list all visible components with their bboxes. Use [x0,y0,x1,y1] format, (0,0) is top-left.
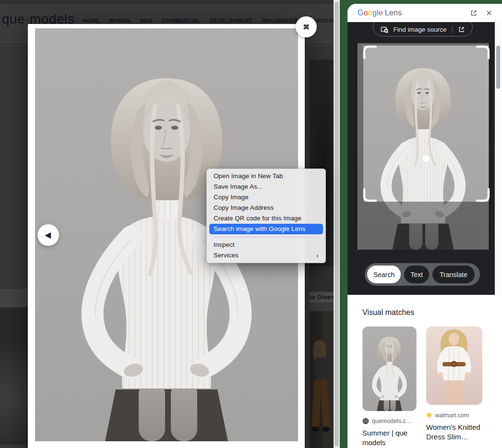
background-card-strip [0,289,29,307]
background-card-strip [310,266,334,292]
crop-corner-handles[interactable] [364,47,489,201]
match-source: quemodels.c… [372,418,412,424]
visual-match-card[interactable]: quemodels.c… Summer | que models [362,327,417,448]
find-image-source-button[interactable]: Find image source [373,22,473,36]
background-thumbnail-left [0,307,29,445]
nav-item-women[interactable]: WOMEN [109,18,131,24]
background-card-strip [310,303,334,311]
menu-item-copy-image[interactable]: Copy Image [207,192,325,203]
lens-mode-tabs: Search Text Translate [365,263,480,286]
lens-scrollbar[interactable] [495,22,502,295]
logo-letter: g [372,9,377,17]
open-in-new-tab-icon[interactable] [467,7,480,19]
logo-letter: G [358,9,364,17]
menu-item-create-qr-code[interactable]: Create QR code for this Image [207,213,325,224]
globe-favicon [362,418,369,424]
tab-search[interactable]: Search [367,266,401,283]
walmart-product-photo [426,327,482,405]
button-divider [452,25,453,33]
menu-item-search-google-lens[interactable]: Search image with Google Lens [209,224,323,234]
close-icon: ✖ [303,22,310,32]
visual-matches-grid: quemodels.c… Summer | que models ✱ walma… [362,327,502,448]
menu-item-inspect[interactable]: Inspect [207,240,325,250]
nav-item-men[interactable]: MEN [140,18,153,24]
lens-query-image[interactable] [355,43,491,250]
lightbox-close-button[interactable]: ✖ [296,16,317,37]
background-caption: ur Green [310,292,334,303]
menu-separator [213,237,320,237]
nav-item-commercial[interactable]: COMMERCIAL [162,18,201,24]
google-lens-panel: GoogleLens ✕ Find image sou [347,4,502,448]
lens-header: GoogleLens ✕ [347,4,502,22]
previous-image-button[interactable]: ◀ [37,224,59,246]
logo-letter: e [379,9,383,17]
page-scrollbar-thumb[interactable] [335,1,339,447]
menu-item-copy-image-address[interactable]: Copy Image Address [207,203,325,213]
match-title[interactable]: Summer | que models [362,428,417,448]
logo-suffix: Lens [385,9,402,17]
visual-match-card[interactable]: ✱ walmart.com Women's Knitted Dress Slim… [426,327,482,448]
match-source: walmart.com [435,412,469,419]
nav-item-home[interactable]: HOME [83,18,99,24]
crop-selection[interactable] [355,43,491,250]
context-menu: Open Image in New Tab Save Image As... C… [206,169,326,263]
background-thumbnail-color [310,311,334,448]
crop-center-handle[interactable] [423,155,430,162]
find-image-source-label: Find image source [393,26,446,33]
walmart-favicon: ✱ [426,412,432,419]
open-in-new-icon[interactable] [458,26,465,33]
match-source-row: quemodels.c… [362,418,417,424]
screen: que·models HOME WOMEN MEN COMMERCIAL DEV… [0,0,502,448]
logo-letter: o [368,9,372,17]
match-source-row: ✱ walmart.com [426,412,482,419]
lens-results: Visual matches [347,295,502,448]
logo-letter: o [364,9,368,17]
arrow-left-icon: ◀ [45,230,51,240]
nav-item-development[interactable]: DEVELOPMENT [210,18,252,24]
lens-close-icon[interactable]: ✕ [483,7,495,19]
menu-item-open-image-new-tab[interactable]: Open Image in New Tab [207,171,325,182]
tab-text[interactable]: Text [404,266,429,283]
match-thumbnail[interactable] [426,327,482,405]
tab-translate[interactable]: Translate [432,266,475,283]
background-card-footer [0,445,29,448]
visual-matches-title: Visual matches [362,308,502,317]
image-search-icon [381,25,389,34]
menu-item-save-image-as[interactable]: Save Image As... [207,182,325,192]
nav-item-influencers[interactable]: INFLUENCERS [262,18,302,24]
submenu-chevron-icon: › [316,250,319,261]
menu-item-services[interactable]: Services › [207,250,325,261]
lens-body: Find image source [347,22,502,295]
lens-scrollbar-thumb[interactable] [496,46,500,89]
dimmed-photo [310,311,334,448]
match-thumbnail[interactable] [362,327,417,411]
google-lens-logo: GoogleLens [358,9,402,17]
match-title[interactable]: Women's Knitted Dress Slim… [426,423,482,442]
menu-item-services-label: Services [214,250,239,261]
page-scrollbar[interactable] [334,0,340,448]
background-card-strip [310,46,334,60]
model-photo [362,327,417,411]
